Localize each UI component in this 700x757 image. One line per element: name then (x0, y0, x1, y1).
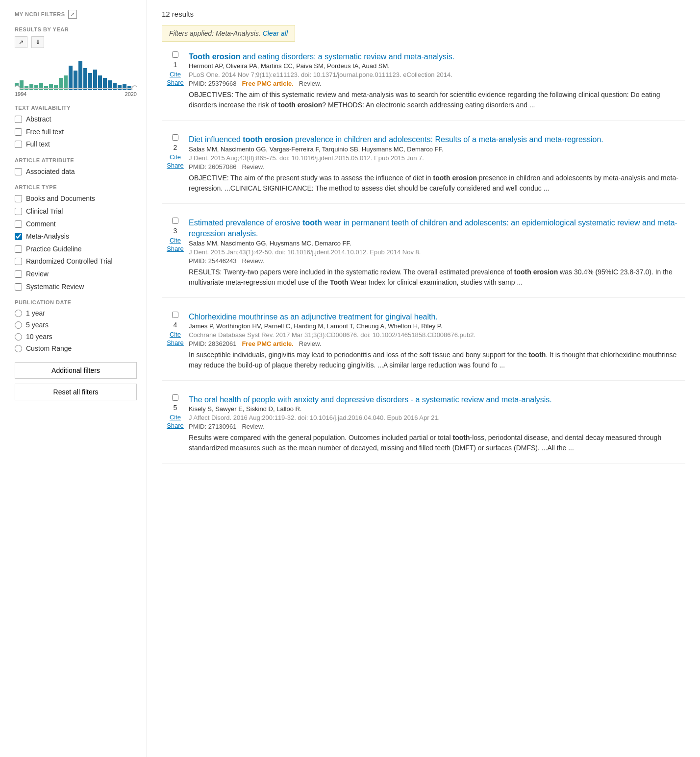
meta-analysis-checkbox[interactable] (15, 233, 22, 240)
cite-link[interactable]: Cite (170, 71, 181, 78)
result-title-link[interactable]: The oral health of people with anxiety a… (189, 395, 552, 404)
result-pmid-line: PMID: 25379668 Free PMC article. Review. (189, 80, 685, 87)
text-availability-label: TEXT AVAILABILITY (15, 105, 137, 111)
result-number: 2 (174, 144, 177, 151)
custom-range-radio[interactable] (15, 345, 22, 352)
5years-radio[interactable] (15, 321, 22, 329)
result-title-link[interactable]: Chlorhexidine mouthrinse as an adjunctiv… (189, 313, 438, 321)
result-number: 3 (174, 227, 177, 235)
associated-data-label: Associated data (26, 167, 75, 177)
books-documents-label: Books and Documents (26, 194, 95, 204)
results-by-year-label: RESULTS BY YEAR (15, 26, 137, 32)
share-link[interactable]: Share (167, 339, 184, 346)
result-checkbox[interactable] (172, 394, 178, 401)
filter-item-practice-guideline: Practice Guideline (15, 244, 137, 254)
svg-rect-15 (88, 73, 92, 90)
cite-link[interactable]: Cite (170, 414, 181, 421)
svg-rect-4 (34, 85, 38, 90)
clear-all-link[interactable]: Clear all (263, 29, 288, 37)
share-link[interactable]: Share (167, 245, 184, 252)
result-checkbox[interactable] (172, 134, 178, 141)
full-text-checkbox[interactable] (15, 141, 22, 148)
systematic-review-label: Systematic Review (26, 282, 84, 292)
svg-rect-12 (74, 71, 77, 90)
result-journal: J Dent. 2015 Jan;43(1):42-50. doi: 10.10… (189, 248, 685, 256)
external-link-icon[interactable]: ➚ (68, 10, 77, 19)
associated-data-checkbox[interactable] (15, 168, 22, 175)
abstract-checkbox[interactable] (15, 116, 22, 123)
result-title-link[interactable]: Tooth erosion and eating disorders: a sy… (189, 52, 454, 61)
cite-link[interactable]: Cite (170, 153, 181, 161)
review-checkbox[interactable] (15, 270, 22, 278)
abstract-bold-term: tooth (453, 434, 470, 441)
my-ncbi-filters-section: MY NCBI FILTERS ➚ (15, 10, 137, 19)
result-left-col: 5 Cite Share (162, 394, 189, 453)
my-ncbi-label: MY NCBI FILTERS (15, 11, 65, 17)
cite-link[interactable]: Cite (170, 331, 181, 338)
filter-item-full-text: Full text (15, 140, 137, 149)
chart-year-start: 1994 (15, 91, 26, 97)
free-pmc-badge: Free PMC article. (242, 80, 294, 87)
result-body: Chlorhexidine mouthrinse as an adjunctiv… (189, 312, 685, 370)
review-tag: Review. (299, 80, 322, 87)
result-authors: Hermont AP, Oliveira PA, Martins CC, Pai… (189, 62, 685, 70)
10years-radio[interactable] (15, 333, 22, 341)
books-documents-checkbox[interactable] (15, 195, 22, 202)
result-pmid-line: PMID: 25446243 Review. (189, 257, 685, 265)
svg-rect-21 (118, 85, 122, 90)
result-body: Tooth erosion and eating disorders: a sy… (189, 51, 685, 110)
svg-rect-11 (69, 66, 73, 90)
review-label: Review (26, 269, 49, 279)
reset-filters-button[interactable]: Reset all filters (15, 384, 137, 400)
additional-filters-button[interactable]: Additional filters (15, 362, 137, 379)
title-bold-term: Tooth erosion (189, 52, 240, 61)
chart-expand-button[interactable]: ↗ (15, 36, 27, 48)
review-tag: Review. (242, 163, 264, 171)
5years-label: 5 years (26, 321, 49, 329)
result-authors: James P, Worthington HV, Parnell C, Hard… (189, 322, 685, 330)
result-authors: Salas MM, Nascimento GG, Huysmans MC, De… (189, 240, 685, 247)
svg-point-26 (132, 86, 137, 90)
chart-area: ↗ ⇓ (15, 36, 137, 97)
publication-date-items: 1 year 5 years 10 years Custom Range (15, 309, 137, 352)
svg-rect-14 (83, 68, 87, 90)
result-checkbox[interactable] (172, 312, 178, 318)
publication-date-label: PUBLICATION DATE (15, 299, 137, 305)
randomized-controlled-trial-checkbox[interactable] (15, 258, 22, 265)
result-pmid: PMID: 25446243 (189, 257, 237, 265)
share-link[interactable]: Share (167, 162, 184, 169)
result-journal: PLoS One. 2014 Nov 7;9(11):e111123. doi:… (189, 71, 685, 78)
meta-analysis-label: Meta-Analysis (26, 232, 69, 242)
year-chart-svg (15, 51, 137, 90)
practice-guideline-checkbox[interactable] (15, 245, 22, 253)
free-full-text-checkbox[interactable] (15, 128, 22, 136)
result-checkbox[interactable] (172, 51, 178, 58)
sidebar-buttons: Additional filters Reset all filters (15, 362, 137, 400)
free-pmc-badge: Free PMC article. (242, 340, 294, 347)
radio-item-5years: 5 years (15, 321, 137, 329)
result-body: Estimated prevalence of erosive tooth we… (189, 218, 685, 288)
result-pmid-line: PMID: 27130961 Review. (189, 423, 685, 430)
chart-year-end: 2020 (125, 91, 137, 97)
cite-link[interactable]: Cite (170, 237, 181, 244)
comment-checkbox[interactable] (15, 220, 22, 228)
chart-download-button[interactable]: ⇓ (31, 36, 44, 48)
share-link[interactable]: Share (167, 79, 184, 86)
1year-radio[interactable] (15, 310, 22, 317)
result-abstract: In susceptible individuals, gingivitis m… (189, 350, 685, 370)
clinical-trial-checkbox[interactable] (15, 208, 22, 215)
svg-rect-3 (29, 84, 33, 90)
result-title-link[interactable]: Estimated prevalence of erosive tooth we… (189, 219, 677, 238)
result-pmid: PMID: 25379668 (189, 80, 237, 87)
results-count: 12 results (162, 10, 685, 18)
review-tag: Review. (299, 340, 322, 347)
radio-item-custom-range: Custom Range (15, 344, 137, 352)
result-checkbox[interactable] (172, 218, 178, 224)
result-left-col: 3 Cite Share (162, 218, 189, 288)
result-abstract: OBJECTIVES: The aim of this systematic r… (189, 90, 685, 110)
result-title-link[interactable]: Diet influenced tooth erosion prevalence… (189, 135, 603, 144)
chart-controls: ↗ ⇓ (15, 36, 137, 48)
filters-applied-text: Filters applied: Meta-Analysis. (169, 29, 261, 37)
share-link[interactable]: Share (167, 422, 184, 429)
systematic-review-checkbox[interactable] (15, 283, 22, 291)
